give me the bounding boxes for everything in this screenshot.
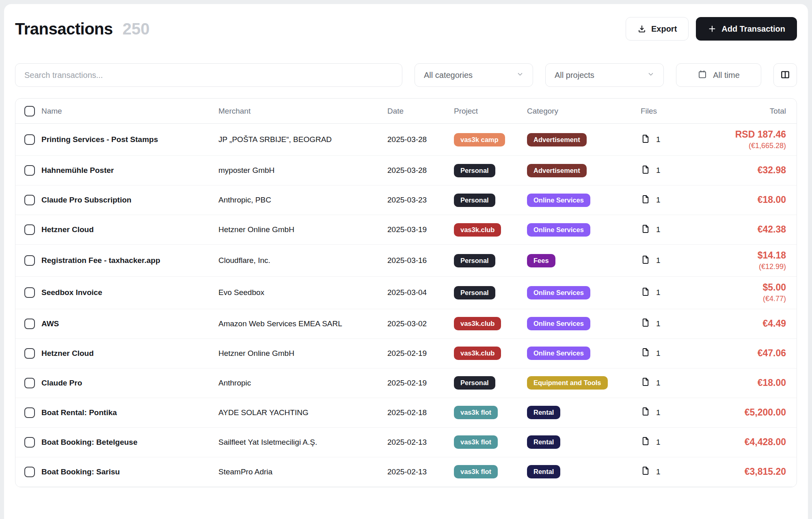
total-amount: $5.00 [693, 282, 786, 293]
table-row[interactable]: Boat Booking: Sarisu SteamPro Adria 2025… [15, 457, 797, 487]
category-badge-cell: Online Services [527, 286, 641, 299]
table-row[interactable]: Boat Rental: Pontika AYDE SOLAR YACHTING… [15, 398, 797, 428]
row-checkbox-cell [15, 195, 41, 205]
export-button[interactable]: Export [626, 17, 689, 41]
projects-filter[interactable]: All projects [545, 63, 664, 87]
export-label: Export [651, 24, 677, 34]
row-checkbox-cell [15, 165, 41, 176]
transaction-name: Claude Pro Subscription [41, 196, 218, 205]
row-checkbox[interactable] [24, 319, 35, 329]
table-row[interactable]: Claude Pro Anthropic 2025-02-19 Personal… [15, 368, 797, 398]
row-checkbox-cell [15, 437, 41, 448]
category-badge-cell: Online Services [527, 317, 641, 330]
column-header-merchant[interactable]: Merchant [218, 107, 387, 116]
column-header-project[interactable]: Project [454, 107, 527, 116]
transaction-name: Registration Fee - taxhacker.app [41, 256, 218, 265]
project-badge-cell: vas3k flot [454, 435, 527, 449]
transaction-merchant: Cloudflare, Inc. [218, 256, 387, 265]
table-row[interactable]: Printing Services - Post Stamps JP „POŠT… [15, 124, 797, 156]
category-badge: Rental [527, 406, 560, 419]
categories-filter-value: All categories [424, 71, 473, 80]
category-badge: Online Services [527, 317, 590, 330]
category-badge: Advertisement [527, 133, 587, 146]
transaction-date: 2025-02-19 [387, 379, 454, 388]
total-amount: €47.06 [693, 348, 786, 359]
table-row[interactable]: Hetzner Cloud Hetzner Online GmbH 2025-0… [15, 215, 797, 245]
select-all-checkbox[interactable] [24, 106, 35, 116]
transaction-date: 2025-02-13 [387, 467, 454, 476]
row-checkbox[interactable] [24, 134, 35, 145]
table-row[interactable]: Seedbox Invoice Evo Seedbox 2025-03-04 P… [15, 277, 797, 309]
chevron-down-icon [516, 71, 524, 80]
table-row[interactable]: AWS Amazon Web Services EMEA SARL 2025-0… [15, 309, 797, 339]
project-badge-cell: Personal [454, 286, 527, 299]
row-checkbox[interactable] [24, 224, 35, 235]
transaction-date: 2025-03-28 [387, 166, 454, 175]
column-header-files[interactable]: Files [641, 107, 693, 116]
file-count: 1 [656, 467, 661, 476]
search-input[interactable] [15, 63, 402, 87]
transaction-merchant: JP „POŠTA SRBIJE“, BEOGRAD [218, 135, 387, 144]
row-checkbox[interactable] [24, 287, 35, 298]
date-range-filter[interactable]: All time [676, 63, 761, 87]
row-checkbox[interactable] [24, 348, 35, 359]
page-title: Transactions [15, 20, 113, 38]
row-checkbox[interactable] [24, 467, 35, 477]
transaction-date: 2025-03-28 [387, 135, 454, 144]
row-checkbox[interactable] [24, 437, 35, 448]
project-badge-cell: vas3k camp [454, 133, 527, 146]
files-cell: 1 [641, 255, 693, 267]
transaction-date: 2025-03-16 [387, 256, 454, 265]
transaction-name: Hetzner Cloud [41, 225, 218, 234]
table-row[interactable]: Registration Fee - taxhacker.app Cloudfl… [15, 245, 797, 277]
row-checkbox[interactable] [24, 195, 35, 205]
column-header-total[interactable]: Total [693, 107, 797, 116]
table-row[interactable]: Claude Pro Subscription Anthropic, PBC 2… [15, 185, 797, 215]
category-badge-cell: Online Services [527, 194, 641, 207]
row-checkbox[interactable] [24, 255, 35, 266]
project-badge: vas3k flot [454, 435, 498, 449]
file-icon [641, 466, 650, 478]
transaction-merchant: Evo Seedbox [218, 288, 387, 297]
row-checkbox-cell [15, 255, 41, 266]
project-badge-cell: Personal [454, 164, 527, 177]
file-count: 1 [656, 166, 661, 175]
row-checkbox-cell [15, 287, 41, 298]
file-icon [641, 134, 650, 146]
file-icon [641, 436, 650, 448]
column-header-name[interactable]: Name [41, 107, 218, 116]
category-badge-cell: Advertisement [527, 164, 641, 177]
transaction-merchant: Hetzner Online GmbH [218, 349, 387, 358]
total-amount: RSD 187.46 [693, 129, 786, 140]
project-badge: vas3k camp [454, 133, 505, 146]
table-row[interactable]: Hetzner Cloud Hetzner Online GmbH 2025-0… [15, 339, 797, 368]
app-card: Transactions 250 Export Add Transaction [4, 4, 808, 519]
row-checkbox-cell [15, 224, 41, 235]
total-converted-amount: (€4.77) [693, 295, 786, 304]
column-header-date[interactable]: Date [387, 107, 454, 116]
column-layout-toggle-button[interactable] [773, 63, 797, 87]
transaction-merchant: myposter GmbH [218, 166, 387, 175]
transaction-merchant: Hetzner Online GmbH [218, 225, 387, 234]
category-badge-cell: Online Services [527, 223, 641, 237]
table-row[interactable]: Hahnemühle Poster myposter GmbH 2025-03-… [15, 156, 797, 185]
projects-filter-value: All projects [555, 71, 594, 80]
title-wrap: Transactions 250 [15, 20, 150, 38]
add-transaction-button[interactable]: Add Transaction [696, 17, 797, 41]
file-count: 1 [656, 349, 661, 358]
transaction-merchant: Anthropic [218, 379, 387, 388]
row-checkbox[interactable] [24, 407, 35, 418]
total-cell: €42.38 [693, 219, 797, 241]
categories-filter[interactable]: All categories [415, 63, 533, 87]
row-checkbox[interactable] [24, 165, 35, 176]
transaction-date: 2025-02-18 [387, 408, 454, 417]
column-header-category[interactable]: Category [527, 107, 641, 116]
project-badge: vas3k.club [454, 223, 501, 237]
table-row[interactable]: Boat Booking: Betelgeuse Sailfleet Yat I… [15, 428, 797, 457]
transaction-name: Hahnemühle Poster [41, 166, 218, 175]
project-badge: Personal [454, 254, 495, 267]
category-badge: Online Services [527, 194, 590, 207]
total-amount: €5,200.00 [693, 407, 786, 418]
file-count: 1 [656, 225, 661, 234]
row-checkbox[interactable] [24, 378, 35, 388]
